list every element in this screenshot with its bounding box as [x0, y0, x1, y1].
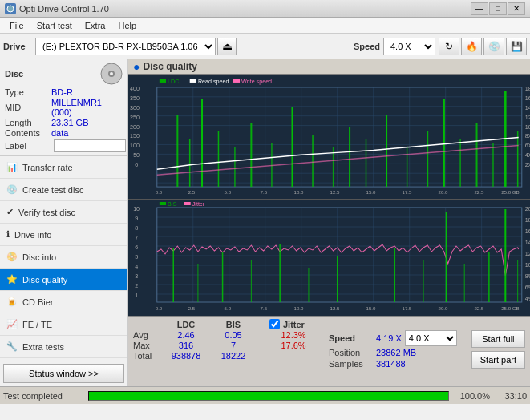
- disc-mid-row: MID MILLENMR1 (000): [5, 98, 123, 117]
- svg-text:12.5: 12.5: [330, 306, 341, 311]
- svg-text:18%: 18%: [525, 217, 530, 223]
- menu-extra[interactable]: Extra: [79, 19, 112, 32]
- svg-rect-29: [233, 79, 240, 83]
- svg-text:Read speed: Read speed: [198, 79, 229, 85]
- menu-help[interactable]: Help: [111, 19, 143, 32]
- svg-text:10: 10: [133, 206, 140, 212]
- svg-text:16X: 16X: [525, 95, 530, 101]
- panel-header-icon: ●: [133, 60, 140, 73]
- svg-text:14X: 14X: [525, 105, 530, 111]
- cd-bier-icon: 🍺: [6, 297, 18, 307]
- start-part-button[interactable]: Start part: [471, 351, 525, 369]
- app-title: Opti Drive Control 1.70: [19, 4, 109, 14]
- svg-text:6: 6: [135, 244, 138, 250]
- close-button[interactable]: ✕: [508, 2, 525, 15]
- drive-bar: Drive (E:) PLEXTOR BD-R PX-LB950SA 1.06 …: [0, 34, 530, 59]
- nav-items: 📊 Transfer rate 💿 Create test disc ✔ Ver…: [0, 156, 127, 361]
- avg-label: Avg: [133, 330, 159, 340]
- svg-text:4X: 4X: [525, 152, 530, 158]
- disc-label-input[interactable]: [54, 139, 126, 152]
- disc-mid-label: MID: [5, 103, 51, 112]
- sidebar-item-transfer-rate[interactable]: 📊 Transfer rate: [0, 156, 127, 179]
- speed-current-value: 4.19 X: [376, 333, 402, 343]
- maximize-button[interactable]: □: [489, 2, 507, 15]
- svg-text:3: 3: [135, 273, 138, 279]
- sidebar-item-extra-tests[interactable]: 🔧 Extra tests: [0, 336, 127, 358]
- window-controls: — □ ✕: [471, 2, 525, 15]
- samples-value: 381488: [376, 359, 406, 369]
- charts-container: LDC Read speed Write speed 400 350 300 2…: [128, 75, 530, 316]
- disc-type-label: Type: [5, 87, 51, 97]
- svg-text:20%: 20%: [525, 206, 530, 212]
- speed-header: Speed: [329, 333, 373, 343]
- stats-table: LDC BIS Jitter Avg 2.46 0.05 12.3% Max 3…: [133, 319, 318, 361]
- svg-text:0.0: 0.0: [156, 306, 163, 311]
- sidebar-item-disc-quality[interactable]: ⭐ Disc quality: [0, 269, 127, 291]
- fe-te-label: FE / TE: [22, 320, 52, 329]
- jitter-col-header: Jitter: [283, 320, 305, 329]
- max-ldc: 316: [162, 341, 210, 350]
- speed-select[interactable]: 4.0 X 2.0 X 6.0 X 8.0 X: [383, 38, 435, 55]
- stats-bar: LDC BIS Jitter Avg 2.46 0.05 12.3% Max 3…: [128, 316, 530, 386]
- disc-label-row: Label ✏: [5, 139, 123, 152]
- bis-col-header: BIS: [213, 320, 253, 329]
- disc-mid-value: MILLENMR1 (000): [51, 98, 123, 117]
- eject-button[interactable]: ⏏: [217, 38, 237, 55]
- svg-text:10%: 10%: [525, 262, 530, 268]
- svg-text:7.5: 7.5: [261, 306, 268, 311]
- sidebar-item-fe-te[interactable]: 📈 FE / TE: [0, 313, 127, 336]
- disc-quality-icon: ⭐: [6, 274, 18, 285]
- svg-text:10X: 10X: [525, 124, 530, 130]
- svg-text:6X: 6X: [525, 143, 530, 148]
- svg-rect-102: [160, 202, 166, 205]
- speed-label: Speed: [354, 42, 380, 51]
- svg-text:17.5: 17.5: [402, 190, 412, 195]
- sidebar-item-create-test-disc[interactable]: 💿 Create test disc: [0, 179, 127, 201]
- sidebar-item-disc-info[interactable]: 📀 Disc info: [0, 246, 127, 269]
- svg-text:LDC: LDC: [168, 79, 179, 84]
- speed-section: Speed 4.19 X 4.0 X Position 23862 MB Sam…: [329, 330, 457, 369]
- total-label: Total: [133, 351, 159, 361]
- ldc-chart-svg: LDC Read speed Write speed 400 350 300 2…: [128, 75, 530, 199]
- ldc-col-header: LDC: [162, 320, 210, 329]
- svg-text:22.5: 22.5: [474, 190, 484, 195]
- start-full-button[interactable]: Start full: [471, 330, 525, 348]
- svg-text:10.0: 10.0: [294, 306, 305, 311]
- svg-text:25.0 GB: 25.0 GB: [501, 190, 519, 195]
- drive-select[interactable]: (E:) PLEXTOR BD-R PX-LB950SA 1.06: [35, 38, 216, 55]
- sidebar-item-cd-bier[interactable]: 🍺 CD Bier: [0, 291, 127, 313]
- svg-text:200: 200: [130, 124, 140, 130]
- menu-start-test[interactable]: Start test: [30, 19, 79, 32]
- svg-text:9: 9: [135, 216, 138, 221]
- menu-file[interactable]: File: [3, 19, 30, 32]
- disc-action-button[interactable]: 💿: [483, 38, 504, 55]
- create-test-disc-icon: 💿: [6, 184, 18, 195]
- svg-text:2X: 2X: [525, 162, 530, 168]
- svg-rect-25: [160, 79, 166, 83]
- svg-text:4: 4: [135, 264, 138, 269]
- svg-point-0: [7, 6, 14, 12]
- speed-select-stats[interactable]: 4.0 X: [405, 330, 457, 346]
- disc-info-icon: 📀: [6, 252, 18, 262]
- save-button[interactable]: 💾: [506, 38, 527, 55]
- drive-label: Drive: [3, 42, 32, 51]
- total-ldc: 938878: [162, 351, 210, 361]
- menu-bar: File Start test Extra Help: [0, 18, 530, 34]
- svg-text:25.0 GB: 25.0 GB: [501, 306, 519, 311]
- svg-text:20.0: 20.0: [438, 306, 448, 311]
- svg-text:250: 250: [130, 115, 140, 120]
- refresh-button[interactable]: ↻: [439, 38, 459, 55]
- svg-text:10.0: 10.0: [294, 190, 305, 195]
- sidebar-item-drive-info[interactable]: ℹ Drive info: [0, 224, 127, 246]
- svg-text:100: 100: [130, 143, 140, 148]
- sidebar-item-verify-test-disc[interactable]: ✔ Verify test disc: [0, 201, 127, 224]
- verify-test-disc-label: Verify test disc: [18, 208, 75, 217]
- burn-button[interactable]: 🔥: [461, 38, 482, 55]
- svg-text:8: 8: [135, 225, 138, 231]
- svg-text:5: 5: [135, 254, 138, 260]
- bis-chart-svg: BIS Jitter 10 9 8 7 6 5 4 3 2 1 20% 1: [128, 200, 530, 316]
- jitter-checkbox[interactable]: [269, 319, 280, 329]
- minimize-button[interactable]: —: [471, 2, 488, 15]
- status-window-button[interactable]: Status window >>: [3, 364, 124, 383]
- svg-text:22.5: 22.5: [474, 306, 484, 311]
